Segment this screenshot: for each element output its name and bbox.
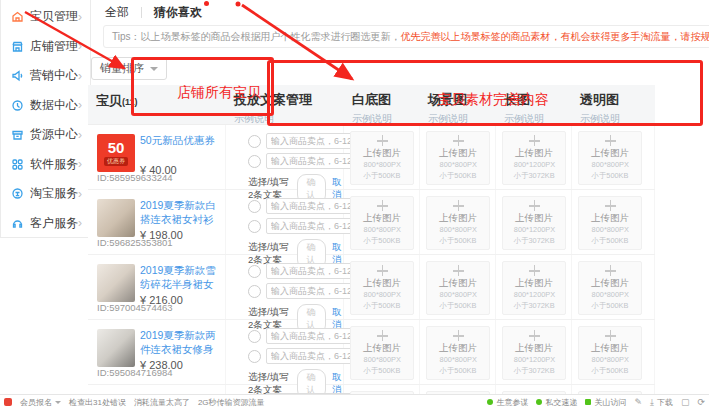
product-thumbnail[interactable]: 50 优惠券 bbox=[97, 134, 135, 172]
plus-icon bbox=[453, 265, 464, 276]
copy-checkbox[interactable] bbox=[248, 200, 261, 213]
upload-label: 上传图片 bbox=[439, 342, 477, 355]
refresh-icon[interactable]: ⟳ bbox=[697, 397, 705, 407]
example-link[interactable]: 示例说明 bbox=[580, 112, 655, 126]
status-label: 关山访问 bbox=[594, 397, 626, 408]
status-check-item[interactable]: 检查出31处错误 bbox=[69, 397, 126, 408]
sidebar-item-data[interactable]: 数据中心 › bbox=[1, 91, 90, 121]
upload-button[interactable]: 上传图片800*1200PX小于3072KB bbox=[502, 196, 566, 250]
copy-checkbox[interactable] bbox=[248, 135, 261, 148]
download-item[interactable]: ⤓下载 bbox=[650, 397, 673, 408]
tab-guess-you-like[interactable]: 猜你喜欢 bbox=[154, 4, 202, 21]
window-icon[interactable]: ▢ bbox=[681, 397, 690, 407]
product-thumbnail[interactable] bbox=[97, 199, 135, 237]
copy-checkbox[interactable] bbox=[248, 350, 261, 363]
sidebar-item-software[interactable]: 软件服务 › bbox=[1, 150, 90, 180]
plus-icon bbox=[605, 200, 616, 211]
product-title-link[interactable]: 2019夏季新款雪纺碎花半身裙女中长款新款白 bbox=[140, 264, 220, 291]
sidebar-item-shop[interactable]: 店铺管理 › bbox=[1, 32, 90, 62]
upload-button[interactable]: 上传图片800*800PX小于500KB bbox=[350, 131, 414, 185]
upload-cell-whitebg: 上传图片800*800PX小于500KB bbox=[344, 255, 420, 319]
upload-limit: 小于500KB bbox=[364, 236, 401, 246]
upload-label: 上传图片 bbox=[363, 277, 401, 290]
upload-button[interactable]: 上传图片800*800PX小于500KB bbox=[578, 261, 642, 315]
col-header-transparent: 透明图 示例说明 bbox=[572, 85, 655, 124]
chevron-right-icon: › bbox=[78, 157, 82, 171]
upload-button[interactable]: 上传图片800*800PX小于500KB bbox=[578, 326, 642, 380]
tab-all[interactable]: 全部 bbox=[105, 4, 129, 21]
sidebar: 宝贝管理 › 店铺管理 › 营销中心 › 数据中心 › 货源中心 › 软件服务 … bbox=[0, 0, 91, 238]
upload-size: 800*1200PX bbox=[513, 356, 554, 366]
sidebar-item-label: 店铺管理 bbox=[30, 38, 78, 55]
plus-icon bbox=[605, 135, 616, 146]
sidebar-item-supply[interactable]: 货源中心 › bbox=[1, 120, 90, 150]
copy-checkbox[interactable] bbox=[248, 155, 261, 168]
upload-button[interactable]: 上传图片800*1200PX小于3072KB bbox=[502, 261, 566, 315]
product-title-link[interactable]: 50元新品优惠券 bbox=[140, 134, 220, 161]
upload-cell-long: 上传图片800*1200PX小于3072KB bbox=[496, 190, 572, 254]
status-tool-item[interactable]: 关山访问 bbox=[585, 397, 626, 408]
plus-icon bbox=[377, 200, 388, 211]
product-title-link[interactable]: 2019夏季新款两件连衣裙女修身显瘦小众网红 bbox=[140, 329, 220, 356]
sort-dropdown[interactable]: 销量排序 bbox=[91, 57, 167, 80]
upload-button[interactable]: 上传图片800*800PX小于500KB bbox=[578, 196, 642, 250]
copy-cell: 选择/填写2条文案确认取消 bbox=[226, 125, 344, 189]
upload-button[interactable]: 上传图片800*800PX小于500KB bbox=[350, 326, 414, 380]
upload-size: 800*800PX bbox=[363, 161, 400, 171]
upload-limit: 小于500KB bbox=[592, 171, 629, 181]
upload-size: 800*800PX bbox=[591, 356, 628, 366]
upload-button[interactable]: 上传图片800*1200PX小于3072KB bbox=[502, 131, 566, 185]
tips-label: Tips： bbox=[112, 31, 141, 42]
copy-checkbox[interactable] bbox=[248, 265, 261, 278]
upload-button[interactable]: 上传图片800*800PX小于500KB bbox=[578, 131, 642, 185]
status-tool-item[interactable]: 生意参谋 bbox=[487, 397, 528, 408]
tab-divider bbox=[141, 7, 142, 18]
sidebar-item-label: 营销中心 bbox=[30, 67, 78, 84]
example-link[interactable]: 示例说明 bbox=[428, 112, 496, 126]
upload-limit: 小于500KB bbox=[440, 301, 477, 311]
example-link[interactable]: 示例说明 bbox=[352, 112, 420, 126]
example-link[interactable]: 示例说明 bbox=[234, 112, 344, 126]
upload-limit: 小于3072KB bbox=[514, 236, 555, 246]
sidebar-item-goods[interactable]: 宝贝管理 › bbox=[1, 2, 90, 32]
upload-size: 800*800PX bbox=[439, 161, 476, 171]
edit-icon[interactable]: ✎ bbox=[634, 397, 642, 407]
status-left: 会员报名 检查出31处错误 消耗流量太高了 2G秒传输资源流量 bbox=[4, 397, 265, 408]
copy-checkbox[interactable] bbox=[248, 220, 261, 233]
upload-size: 800*1200PX bbox=[513, 226, 554, 236]
col-transparent-label: 透明图 bbox=[580, 91, 655, 109]
upload-button[interactable]: 上传图片800*1200PX小于3072KB bbox=[502, 326, 566, 380]
upload-button[interactable]: 上传图片800*800PX小于500KB bbox=[350, 261, 414, 315]
product-title-link[interactable]: 2019夏季新款白搭连衣裙女衬衫短裤T恤中长款 bbox=[140, 199, 220, 226]
sidebar-item-marketing[interactable]: 营销中心 › bbox=[1, 61, 90, 91]
copy-cell: 选择/填写2条文案确认取消 bbox=[226, 320, 344, 384]
status-label: 消耗流量太高了 bbox=[134, 397, 190, 408]
upload-button[interactable]: 上传图片800*800PX小于500KB bbox=[426, 131, 490, 185]
product-cell: 2019夏季新款雪纺碎花半身裙女中长款新款白 ¥ 216.00 ID:59700… bbox=[88, 255, 226, 319]
status-right: 生意参谋 私交速递 关山访问 ✎ ⤓下载 ▢ ⟳ bbox=[487, 397, 705, 408]
sidebar-item-customer[interactable]: 客户服务 › bbox=[1, 209, 90, 239]
copy-checkbox[interactable] bbox=[248, 330, 261, 343]
product-thumbnail[interactable] bbox=[97, 264, 135, 302]
plus-icon bbox=[453, 135, 464, 146]
goods-icon bbox=[11, 10, 24, 23]
sidebar-item-taobao[interactable]: 淘宝服务 › bbox=[1, 179, 90, 209]
copy-checkbox[interactable] bbox=[248, 285, 261, 298]
chevron-right-icon: › bbox=[78, 216, 82, 230]
upload-button[interactable]: 上传图片800*800PX小于500KB bbox=[426, 261, 490, 315]
plus-icon bbox=[605, 265, 616, 276]
upload-button[interactable]: 上传图片800*800PX小于500KB bbox=[426, 326, 490, 380]
status-member-item[interactable]: 会员报名 bbox=[20, 397, 61, 408]
upload-label: 上传图片 bbox=[591, 342, 629, 355]
example-link[interactable]: 示例说明 bbox=[504, 112, 572, 126]
upload-button[interactable]: 上传图片800*800PX小于500KB bbox=[426, 196, 490, 250]
upload-size: 800*800PX bbox=[363, 356, 400, 366]
upload-label: 上传图片 bbox=[363, 342, 401, 355]
upload-limit: 小于500KB bbox=[364, 366, 401, 376]
upload-limit: 小于500KB bbox=[364, 301, 401, 311]
shop-icon bbox=[11, 40, 24, 53]
status-tool-item[interactable]: 私交速递 bbox=[536, 397, 577, 408]
upload-button[interactable]: 上传图片800*800PX小于500KB bbox=[350, 196, 414, 250]
data-icon bbox=[11, 99, 24, 112]
product-thumbnail[interactable] bbox=[97, 329, 135, 367]
